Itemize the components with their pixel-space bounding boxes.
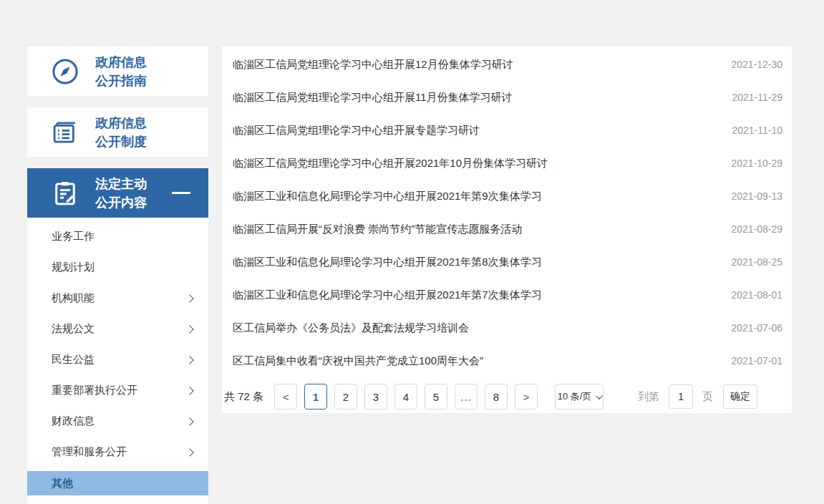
submenu-item-fiscal-info[interactable]: 财政信息 bbox=[27, 406, 208, 437]
chevron-right-icon bbox=[185, 325, 193, 333]
total-count: 共 72 条 bbox=[224, 390, 263, 404]
article-date: 2021-07-06 bbox=[731, 322, 782, 334]
prev-page-button[interactable]: < bbox=[274, 384, 297, 410]
sidebar-item-label: 政府信息 公开指南 bbox=[95, 53, 147, 90]
article-list: 临淄区工信局党组理论学习中心组开展12月份集体学习研讨 2021-12-30 临… bbox=[222, 47, 792, 377]
article-date: 2021-11-10 bbox=[732, 125, 782, 136]
submenu-item-key-deployment[interactable]: 重要部署执行公开 bbox=[27, 375, 208, 406]
article-date: 2021-07-01 bbox=[731, 355, 782, 367]
page-number-button[interactable]: 5 bbox=[425, 384, 447, 410]
article-date: 2021-09-13 bbox=[731, 190, 782, 202]
chevron-right-icon bbox=[185, 294, 193, 302]
next-page-button[interactable]: > bbox=[515, 384, 538, 410]
article-title[interactable]: 临淄区工信局党组理论学习中心组开展11月份集体学习研讨 bbox=[233, 91, 513, 105]
submenu-item-org-functions[interactable]: 机构职能 bbox=[27, 283, 208, 314]
chevron-right-icon bbox=[185, 448, 193, 456]
submenu-item-planning[interactable]: 规划计划 bbox=[27, 252, 208, 283]
page-number-button[interactable]: 3 bbox=[364, 384, 387, 410]
submenu-item-label: 民生公益 bbox=[52, 353, 94, 367]
submenu-item-management-service[interactable]: 管理和服务公开 bbox=[27, 437, 208, 467]
submenu-item-other[interactable]: 其他 bbox=[27, 471, 208, 495]
submenu-item-label: 重要部署执行公开 bbox=[52, 384, 137, 397]
article-date: 2021-11-29 bbox=[732, 92, 782, 103]
article-title[interactable]: 临淄区工信局开展“反对浪费 崇尚节约”节能宣传志愿服务活动 bbox=[233, 223, 522, 236]
article-title[interactable]: 临淄区工业和信息化局理论学习中心组开展2021年第8次集体学习 bbox=[233, 256, 542, 269]
article-list-item[interactable]: 临淄区工业和信息化局理论学习中心组开展2021年第7次集体学习 2021-08-… bbox=[222, 278, 792, 311]
jump-label-suffix: 页 bbox=[702, 390, 713, 404]
submenu-item-label: 规划计划 bbox=[52, 261, 94, 274]
article-date: 2021-12-30 bbox=[731, 59, 782, 70]
article-list-item[interactable]: 临淄区工业和信息化局理论学习中心组开展2021年第8次集体学习 2021-08-… bbox=[222, 246, 792, 278]
collapse-minus-icon[interactable] bbox=[172, 192, 190, 194]
article-title[interactable]: 临淄区工业和信息化局理论学习中心组开展2021年第9次集体学习 bbox=[233, 190, 542, 203]
chevron-right-icon bbox=[185, 356, 193, 364]
chevron-right-icon bbox=[185, 417, 193, 425]
article-date: 2021-10-29 bbox=[731, 158, 782, 169]
submenu-item-business-work[interactable]: 业务工作 bbox=[27, 221, 208, 252]
pagination: 共 72 条 < 12345...8 > 10 条/页 到第 页 确定 bbox=[224, 384, 782, 410]
submenu-item-public-welfare[interactable]: 民生公益 bbox=[27, 344, 208, 375]
page-size-value: 10 条/页 bbox=[558, 390, 592, 403]
page-number-button[interactable]: 2 bbox=[334, 384, 357, 410]
sidebar-item-gov-info-system[interactable]: 政府信息 公开制度 bbox=[27, 107, 208, 157]
submenu-item-label: 财政信息 bbox=[52, 415, 94, 428]
article-title[interactable]: 区工信局举办《公务员法》及配套法规学习培训会 bbox=[233, 321, 469, 335]
submenu-item-label: 法规公文 bbox=[52, 322, 94, 336]
article-list-item[interactable]: 临淄区工信局党组理论学习中心组开展12月份集体学习研讨 2021-12-30 bbox=[222, 48, 792, 81]
page-number-button[interactable]: 8 bbox=[485, 384, 508, 410]
article-list-item[interactable]: 临淄区工信局开展“反对浪费 崇尚节约”节能宣传志愿服务活动 2021-08-29 bbox=[222, 213, 792, 246]
article-title[interactable]: 区工信局集中收看“庆祝中国共产党成立100周年大会” bbox=[233, 354, 483, 368]
sidebar-item-label: 法定主动 公开内容 bbox=[95, 175, 147, 212]
sidebar-item-statutory-disclosure[interactable]: 法定主动 公开内容 bbox=[27, 168, 208, 218]
notebook-icon bbox=[50, 117, 80, 147]
article-title[interactable]: 临淄区工业和信息化局理论学习中心组开展2021年第7次集体学习 bbox=[233, 289, 542, 302]
jump-label-prefix: 到第 bbox=[638, 390, 659, 404]
article-date: 2021-08-01 bbox=[731, 289, 782, 301]
jump-confirm-button[interactable]: 确定 bbox=[723, 384, 757, 409]
article-list-item[interactable]: 临淄区工业和信息化局理论学习中心组开展2021年第9次集体学习 2021-09-… bbox=[222, 180, 792, 213]
submenu-item-regulations[interactable]: 法规公文 bbox=[27, 314, 208, 344]
article-list-item[interactable]: 区工信局举办《公务员法》及配套法规学习培训会 2021-07-06 bbox=[222, 311, 792, 344]
clipboard-pen-icon bbox=[50, 178, 80, 208]
sidebar-item-gov-info-guide[interactable]: 政府信息 公开指南 bbox=[27, 47, 208, 96]
submenu-item-label: 业务工作 bbox=[52, 230, 94, 243]
article-date: 2021-08-29 bbox=[731, 223, 782, 235]
page-number-button[interactable]: 1 bbox=[304, 384, 327, 410]
submenu-item-label: 机构职能 bbox=[52, 291, 94, 305]
jump-page-input[interactable] bbox=[669, 384, 693, 409]
submenu-item-label: 管理和服务公开 bbox=[52, 445, 127, 459]
article-title[interactable]: 临淄区工信局党组理论学习中心组开展12月份集体学习研讨 bbox=[233, 58, 513, 72]
chevron-down-icon bbox=[596, 392, 603, 399]
article-date: 2021-08-25 bbox=[731, 256, 782, 268]
page-ellipsis-button[interactable]: ... bbox=[455, 384, 478, 410]
page-size-select[interactable]: 10 条/页 bbox=[555, 384, 604, 410]
sidebar: 政府信息 公开指南 政府信息 公开制度 法定主动 bbox=[27, 47, 208, 504]
article-list-item[interactable]: 临淄区工信局党组理论学习中心组开展2021年10月份集体学习研讨 2021-10… bbox=[222, 147, 792, 180]
sidebar-submenu: 业务工作 规划计划 机构职能 法规公文 民生公益 重要部署执行公开 财政信息 管… bbox=[27, 218, 208, 504]
article-list-panel: 临淄区工信局党组理论学习中心组开展12月份集体学习研讨 2021-12-30 临… bbox=[222, 47, 792, 413]
article-title[interactable]: 临淄区工信局党组理论学习中心组开展专题学习研讨 bbox=[233, 124, 480, 137]
article-list-item[interactable]: 临淄区工信局党组理论学习中心组开展专题学习研讨 2021-11-10 bbox=[222, 114, 792, 147]
page-number-button[interactable]: 4 bbox=[394, 384, 417, 410]
sidebar-item-label: 政府信息 公开制度 bbox=[95, 114, 147, 151]
submenu-item-label: 其他 bbox=[52, 477, 73, 490]
article-list-item[interactable]: 区工信局集中收看“庆祝中国共产党成立100周年大会” 2021-07-01 bbox=[222, 344, 792, 377]
compass-icon bbox=[50, 57, 80, 87]
article-list-item[interactable]: 临淄区工信局党组理论学习中心组开展11月份集体学习研讨 2021-11-29 bbox=[222, 81, 792, 114]
article-title[interactable]: 临淄区工信局党组理论学习中心组开展2021年10月份集体学习研讨 bbox=[233, 157, 548, 170]
chevron-right-icon bbox=[185, 387, 193, 394]
